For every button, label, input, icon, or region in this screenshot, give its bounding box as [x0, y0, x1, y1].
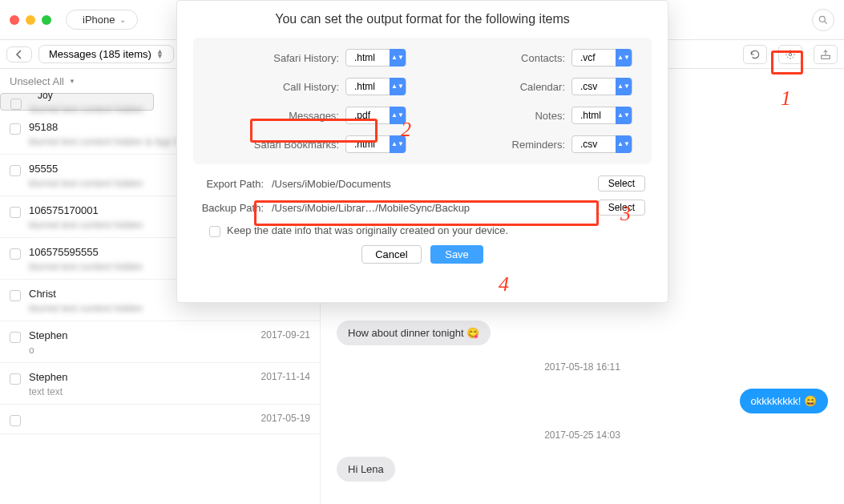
checkbox[interactable] [10, 373, 21, 385]
chevron-down-icon: ⌄ [119, 15, 126, 24]
field-label: Safari History: [273, 52, 339, 64]
checkbox[interactable] [10, 207, 21, 218]
up-down-icon: ▲▼ [156, 50, 164, 58]
checkbox[interactable] [10, 123, 21, 135]
save-button[interactable]: Save [430, 245, 483, 264]
list-item[interactable]: Joy blurred text content hidden [0, 93, 154, 111]
export-icon [820, 49, 831, 60]
field-label: Reminders: [512, 139, 565, 151]
backup-path-row: Backup Path: /Users/iMobie/Librar…/Mobil… [200, 200, 645, 216]
list-item[interactable]: 2017-05-19 [0, 405, 320, 434]
conv-date: 2017-09-21 [261, 329, 310, 341]
messages-select[interactable]: .pdf▲▼ [345, 107, 406, 124]
field-label: Calendar: [520, 81, 565, 93]
checkbox[interactable] [10, 99, 22, 110]
zoom-window[interactable] [42, 15, 51, 25]
conv-title: Stephen [29, 371, 67, 383]
conv-title: 106575170001 [29, 204, 99, 216]
conv-title: Joy [30, 93, 73, 101]
backup-path-select[interactable]: Select [598, 200, 645, 216]
field-label: Notes: [535, 110, 565, 122]
svg-line-1 [825, 21, 827, 23]
path-label: Backup Path: [200, 202, 264, 214]
unselect-all[interactable]: Unselect All [10, 75, 64, 87]
field-label: Contacts: [521, 52, 565, 64]
up-down-icon: ▲▼ [616, 135, 632, 153]
call-history-select[interactable]: .html▲▼ [345, 78, 406, 95]
keep-date-checkbox[interactable] [209, 226, 220, 237]
close-window[interactable] [10, 15, 19, 25]
conv-snippet: text text [29, 386, 310, 397]
field-label: Call History: [283, 81, 339, 93]
modal-title: You can set the output format for the fo… [193, 12, 652, 26]
checkbox[interactable] [10, 248, 21, 260]
message-in: How about dinner tonight 😋 [337, 321, 491, 345]
checkbox[interactable] [10, 332, 21, 343]
safari-bookmarks-select[interactable]: .html▲▼ [345, 135, 406, 153]
search-icon [818, 14, 829, 26]
checkbox[interactable] [10, 290, 21, 301]
select-value: .html [346, 52, 390, 63]
list-item[interactable]: Stephen2017-11-14 text text [0, 363, 320, 405]
export-path-select[interactable]: Select [598, 175, 645, 192]
select-value: .csv [572, 139, 616, 150]
up-down-icon: ▲▼ [616, 49, 632, 67]
conv-snippet: o [29, 345, 310, 356]
format-grid: Safari History:.html▲▼ Contacts:.vcf▲▼ C… [193, 38, 652, 164]
conv-date: 2017-11-14 [261, 371, 310, 383]
cancel-button[interactable]: Cancel [361, 245, 421, 264]
message-out: okkkkkkkk! 😄 [740, 389, 828, 413]
svg-point-2 [789, 53, 792, 56]
timestamp: 2017-05-18 16:11 [337, 361, 828, 373]
select-value: .csv [572, 81, 616, 92]
select-value: .html [346, 81, 390, 92]
conv-title: Christ [29, 288, 56, 300]
back-button[interactable] [6, 46, 32, 62]
dropdown-icon: ▼ [69, 78, 75, 85]
device-name: iPhone [83, 14, 115, 26]
refresh-button[interactable] [743, 45, 767, 64]
checkbox[interactable] [10, 415, 21, 426]
export-button[interactable] [814, 45, 838, 64]
search-button[interactable] [812, 9, 834, 31]
contacts-select[interactable]: .vcf▲▼ [571, 49, 632, 67]
minimize-window[interactable] [26, 15, 35, 25]
gear-icon [785, 49, 796, 60]
keep-date-label: Keep the date info that was originally c… [227, 224, 508, 236]
refresh-icon [749, 49, 761, 60]
calendar-select[interactable]: .csv▲▼ [571, 78, 632, 95]
reminders-select[interactable]: .csv▲▼ [571, 135, 632, 153]
window-controls [10, 15, 51, 25]
svg-point-0 [819, 16, 825, 22]
chevron-left-icon [15, 50, 23, 59]
select-value: .html [346, 139, 390, 150]
up-down-icon: ▲▼ [616, 78, 632, 95]
checkbox[interactable] [10, 165, 21, 176]
timestamp: 2017-05-25 14:03 [337, 429, 828, 441]
device-selector[interactable]: iPhone ⌄ [66, 10, 138, 30]
up-down-icon: ▲▼ [616, 107, 632, 124]
conv-title: 95555 [29, 163, 58, 175]
field-label: Messages: [289, 110, 339, 122]
up-down-icon: ▲▼ [390, 49, 406, 67]
up-down-icon: ▲▼ [390, 107, 406, 124]
conv-title: 95188 [29, 121, 58, 133]
settings-button[interactable] [778, 45, 802, 64]
conv-snippet: blurred text content hidden [29, 303, 310, 314]
select-value: .html [572, 110, 616, 121]
export-path-value: /Users/iMobie/Documents [272, 178, 590, 190]
safari-history-select[interactable]: .html▲▼ [345, 49, 406, 67]
output-format-modal: You can set the output format for the fo… [176, 0, 668, 303]
conv-title: Stephen [29, 329, 67, 341]
field-label: Safari Bookmarks: [254, 139, 339, 151]
conv-title: 106575595555 [29, 246, 99, 258]
svg-rect-3 [822, 55, 830, 58]
up-down-icon: ▲▼ [390, 78, 406, 95]
list-item[interactable]: Stephen2017-09-21 o [0, 321, 320, 363]
up-down-icon: ▲▼ [390, 135, 406, 153]
conv-snippet: blurred text content hidden [30, 104, 143, 115]
breadcrumb[interactable]: Messages (185 items) ▲▼ [38, 45, 174, 63]
conv-date [100, 93, 143, 101]
notes-select[interactable]: .html▲▼ [571, 107, 632, 124]
select-value: .pdf [346, 110, 390, 121]
